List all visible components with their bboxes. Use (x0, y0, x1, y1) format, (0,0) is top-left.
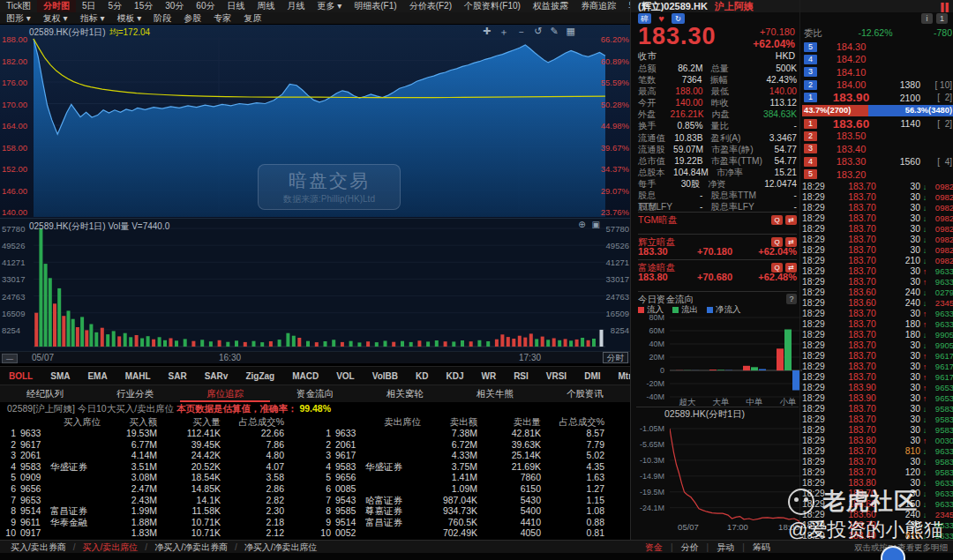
indicator-item[interactable]: SARv (196, 371, 237, 381)
volume-chart[interactable]: 02589.HK(分时1日) Vol量 V=7440.0 ⊕▣ 57780577… (0, 218, 630, 351)
search-icon[interactable]: Q (771, 237, 783, 247)
analysis-tab[interactable]: 行业分类 (90, 385, 180, 402)
seat-view-tab[interactable]: 净买入/净卖出券商 (147, 541, 235, 554)
tape-row[interactable]: 18:29183.40810↓9633 (802, 531, 953, 540)
pane-splitter-icon[interactable]: — (2, 354, 18, 363)
chart-tool-icon[interactable]: － (516, 26, 526, 39)
bid-row[interactable]: 5183.20 (804, 168, 952, 181)
indicator-item[interactable]: ZigZag (236, 371, 283, 381)
tape-row[interactable]: 18:29183.9030↑9653 (802, 393, 953, 404)
table-row[interactable]: 89514富昌证券1.99M11.58K2.30 (0, 505, 284, 517)
toolbar-period-item[interactable]: 5日 (76, 0, 102, 12)
table-row[interactable]: 600851.09M61501.27 (315, 483, 604, 495)
toolbar-chart-item[interactable]: 复原 (237, 12, 267, 25)
table-row[interactable]: 1963319.53M112.41K22.66 (0, 428, 284, 439)
help-icon[interactable]: ? (786, 294, 797, 304)
tape-row[interactable]: 18:29183.70180↓9905 (802, 330, 953, 340)
analysis-tab[interactable]: 相关牛熊 (450, 385, 540, 402)
volume-chart-canvas[interactable] (0, 219, 630, 352)
search-icon[interactable]: Q (771, 215, 783, 225)
table-row[interactable]: 89585尊嘉证券934.73K54001.08 (315, 505, 604, 517)
tape-row[interactable]: 18:29183.7030↑9633 (802, 266, 953, 277)
toolbar-chart-item[interactable]: 参股 (177, 12, 207, 25)
table-row[interactable]: 196337.38M42.81K8.57 (315, 428, 604, 439)
toolbar-menu-item[interactable]: 券商追踪 (574, 0, 622, 12)
table-row[interactable]: 509093.08M18.54K3.58 (0, 472, 284, 483)
chart-tool-icon[interactable]: ▦ (567, 26, 575, 39)
volume-tool-icon[interactable]: ▣ (592, 220, 600, 229)
toolbar-menu-item[interactable]: 个股资料(F10) (458, 0, 527, 12)
tape-row[interactable]: 18:29183.7030↓9583 (802, 457, 953, 467)
indicator-item[interactable]: EMA (79, 371, 116, 381)
toolbar-period-item[interactable]: 5分 (102, 0, 129, 12)
table-row[interactable]: 99611华泰金融1.88M10.71K2.18 (0, 517, 284, 528)
tape-row[interactable]: 18:29183.60150↓9633 (802, 499, 953, 510)
tape-row[interactable]: 18:29183.7030↓0982 (802, 235, 953, 245)
tape-row[interactable]: 18:29183.7030↓0982 (802, 192, 953, 203)
ask-row[interactable]: 2184.001380[ 10] (804, 78, 952, 91)
analysis-tab[interactable]: 席位追踪 (180, 385, 270, 402)
indicator-item[interactable]: WR (472, 371, 505, 381)
mini-panel-tab[interactable]: 资金 (637, 541, 671, 554)
tape-row[interactable]: 18:29183.7030↓0982 (802, 213, 953, 224)
volume-tool-icon[interactable]: ⊕ (578, 220, 585, 229)
indicator-item[interactable]: RSI (505, 371, 537, 381)
tape-row[interactable]: 18:29183.7030↑9617 (802, 362, 953, 372)
ask-row[interactable]: 5184.30 (804, 41, 952, 53)
tape-row[interactable]: 18:29183.60240↓2345 (802, 298, 953, 309)
analysis-tab[interactable]: 相关窝轮 (360, 385, 450, 402)
toolbar-period-item[interactable]: 60分 (190, 0, 221, 12)
indicator-item[interactable]: MACD (283, 371, 327, 381)
seat-view-tab[interactable]: 买入/卖出席位 (76, 541, 146, 554)
indicator-item[interactable]: VOL (327, 371, 364, 381)
table-row[interactable]: 49583华盛证券3.75M21.69K4.35 (315, 461, 604, 473)
toolbar-period-item[interactable]: 月线 (281, 0, 311, 12)
toolbar-chart-item[interactable]: 阶段 (147, 12, 177, 25)
toolbar-period-item[interactable]: 日线 (221, 0, 251, 12)
toolbar-period-item[interactable]: 15分 (128, 0, 159, 12)
table-row[interactable]: 296176.77M39.45K7.86 (0, 439, 284, 451)
table-row[interactable]: 100052702.49K40500.81 (315, 527, 604, 539)
tape-row[interactable]: 18:29183.70210↓0982 (802, 256, 953, 266)
toolbar-chart-item[interactable]: 指标 ▾ (74, 12, 111, 25)
intraday-price-chart[interactable]: 02589.HK(分时1日)均=172.04 ✚＋－↺✎▦ 暗盘交易 数据来源:… (0, 25, 630, 218)
analysis-tab[interactable]: 经纪队列 (0, 385, 90, 402)
tape-row[interactable]: 18:29183.7030↓9633 (802, 520, 953, 531)
indicator-item[interactable]: KD (407, 371, 437, 381)
bid-row[interactable]: 3183.40 (804, 143, 952, 155)
tape-row[interactable]: 18:29183.7030↑9617 (802, 372, 953, 383)
indicator-item[interactable]: SMA (41, 371, 79, 381)
search-icon[interactable]: Q (771, 263, 783, 273)
tape-row[interactable]: 18:29183.7030↓9583 (802, 414, 953, 425)
table-row[interactable]: 320614.14M24.42K4.80 (0, 450, 284, 461)
mini-panel-tab[interactable]: 分价 (673, 541, 707, 554)
toolbar-menu-item[interactable]: 明细表(F1) (348, 0, 402, 12)
table-row[interactable]: 396174.33M25.14K5.02 (315, 450, 604, 461)
table-row[interactable]: 796532.43M14.1K2.82 (0, 495, 284, 506)
toolbar-menu-item[interactable]: 分价表(F2) (403, 0, 458, 12)
tape-row[interactable]: 18:29183.7030↓9583 (802, 425, 953, 436)
trade-icon[interactable]: ⇄ (785, 237, 797, 247)
ask-row[interactable]: 1183.902100[ 2] (804, 92, 952, 104)
toolbar-period-item[interactable]: Tick图 (0, 0, 37, 12)
tape-row[interactable]: 18:29183.7030↓9583 (802, 404, 953, 414)
time-and-sales[interactable]: 18:29183.7030↓098218:29183.7030↓098218:2… (802, 182, 953, 540)
tape-row[interactable]: 18:29183.7030↓9633 (802, 489, 953, 499)
toolbar-period-item[interactable]: 分时图 (37, 0, 76, 12)
seat-view-tab[interactable]: 净买入/净卖出席位 (237, 541, 325, 554)
analysis-tab[interactable]: 个股资讯 (540, 385, 630, 402)
indicator-item[interactable]: DMI (575, 371, 609, 381)
ask-row[interactable]: 4184.20 (804, 53, 952, 65)
chart-tool-icon[interactable]: ↺ (534, 26, 542, 39)
toolbar-menu-item[interactable]: 权益披露 (527, 0, 574, 12)
toolbar-period-item[interactable]: 周线 (251, 0, 281, 12)
table-row[interactable]: 596561.41M78601.63 (315, 472, 604, 483)
bid-row[interactable]: 1183.601140[ 2] (804, 117, 952, 130)
toolbar-chart-item[interactable]: 复权 ▾ (37, 12, 74, 25)
table-row[interactable]: 99514富昌证券760.5K44100.88 (315, 517, 604, 528)
chart-tool-icon[interactable]: ＋ (499, 26, 508, 39)
toolbar-period-item[interactable]: 30分 (159, 0, 190, 12)
mini-panel-tab[interactable]: 异动 (709, 541, 742, 554)
tape-row[interactable]: 18:29183.7030↓0982 (802, 224, 953, 235)
indicator-item[interactable]: VolBB (364, 371, 407, 381)
